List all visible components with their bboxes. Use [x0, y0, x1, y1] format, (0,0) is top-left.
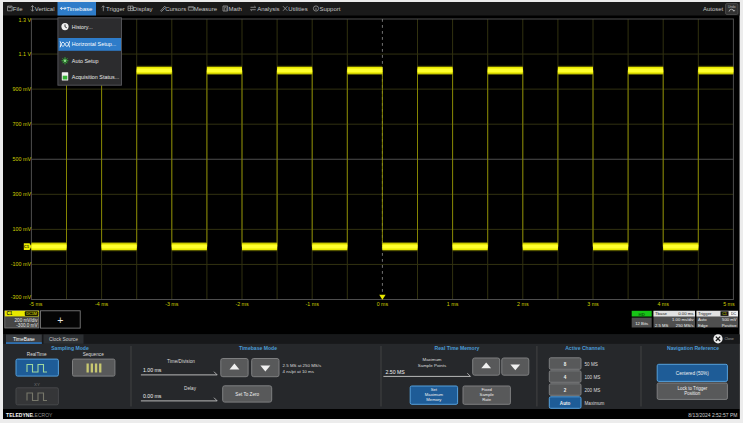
svg-text:Edge: Edge: [698, 323, 708, 328]
svg-text:2: 2: [564, 388, 567, 393]
svg-text:Sampling Mode: Sampling Mode: [51, 345, 89, 351]
svg-text:Display: Display: [133, 6, 153, 12]
svg-text:Analysis: Analysis: [257, 6, 279, 12]
svg-text:Memory: Memory: [426, 397, 442, 402]
svg-text:Timebase: Timebase: [66, 6, 93, 12]
svg-text:Math: Math: [229, 6, 242, 12]
svg-text:RealTime: RealTime: [27, 352, 47, 357]
svg-text:File: File: [13, 6, 23, 12]
svg-text:0 ms: 0 ms: [377, 301, 389, 307]
svg-text:Acquisition Status...: Acquisition Status...: [72, 74, 119, 80]
svg-text:2.5 MS at 250 MS/s: 2.5 MS at 250 MS/s: [283, 363, 322, 368]
svg-text:-1 ms: -1 ms: [306, 301, 320, 307]
svg-text:C1: C1: [722, 312, 727, 316]
svg-text:+: +: [57, 314, 63, 326]
svg-text:200 MS: 200 MS: [585, 388, 601, 393]
svg-text:Support: Support: [319, 6, 340, 12]
svg-text:-5 ms: -5 ms: [29, 301, 43, 307]
svg-text:Sequence: Sequence: [83, 352, 105, 357]
svg-text:C1: C1: [6, 311, 12, 316]
svg-text:900 mV: 900 mV: [12, 86, 31, 92]
svg-text:Vertical: Vertical: [35, 6, 55, 12]
svg-text:-100 mV: -100 mV: [11, 261, 32, 267]
svg-text:Auto: Auto: [560, 401, 571, 406]
svg-text:Lock to Trigger: Lock to Trigger: [677, 386, 707, 391]
svg-text:100 mV: 100 mV: [12, 226, 31, 232]
svg-text:-300.0 mV: -300.0 mV: [16, 323, 38, 328]
svg-text:Undo: Undo: [728, 5, 736, 9]
svg-text:Close: Close: [725, 337, 734, 341]
svg-text:700 mV: 700 mV: [12, 121, 31, 127]
svg-text:-2 ms: -2 ms: [235, 301, 249, 307]
svg-text:Centered (50%): Centered (50%): [676, 371, 710, 376]
svg-text:-3 ms: -3 ms: [165, 301, 179, 307]
svg-text:Trigger: Trigger: [698, 311, 712, 316]
svg-text:Delay: Delay: [184, 386, 197, 391]
svg-text:Set To Zero: Set To Zero: [235, 392, 259, 397]
svg-text:Utilities: Utilities: [288, 6, 307, 12]
svg-text:4 ms: 4 ms: [657, 301, 669, 307]
svg-text:C1: C1: [24, 244, 30, 249]
svg-text:Real Time Memory: Real Time Memory: [435, 345, 480, 351]
svg-text:Active Channels: Active Channels: [565, 345, 605, 351]
svg-text:4 ns/pt at 10 ms: 4 ns/pt at 10 ms: [283, 369, 315, 374]
svg-text:Horizontal Setup...: Horizontal Setup...: [72, 41, 116, 47]
svg-text:Trigger: Trigger: [106, 6, 125, 12]
svg-text:DC: DC: [731, 312, 737, 316]
svg-text:Time/Division: Time/Division: [167, 359, 195, 364]
svg-text:Position: Position: [684, 391, 701, 396]
svg-text:250 MS/s: 250 MS/s: [676, 323, 694, 328]
svg-text:Clock Source: Clock Source: [49, 337, 78, 342]
svg-text:300 mV: 300 mV: [12, 191, 31, 197]
svg-text:LECROY: LECROY: [32, 412, 53, 418]
svg-text:DC1M: DC1M: [26, 312, 37, 316]
svg-text:Positive: Positive: [722, 323, 737, 328]
svg-text:1.00 ms: 1.00 ms: [143, 367, 162, 373]
svg-text:1.3 V: 1.3 V: [18, 17, 31, 23]
svg-text:Sample Points: Sample Points: [418, 363, 447, 368]
svg-text:TimeBase: TimeBase: [13, 337, 35, 342]
svg-text:1 ms: 1 ms: [447, 301, 459, 307]
svg-text:0.00 ms: 0.00 ms: [678, 311, 693, 316]
svg-text:Maximum: Maximum: [422, 357, 441, 362]
svg-text:2.50 MS: 2.50 MS: [386, 369, 406, 375]
svg-text:0.00 ms: 0.00 ms: [143, 393, 162, 399]
svg-text:8: 8: [564, 362, 567, 367]
svg-text:100 MS: 100 MS: [585, 375, 601, 380]
svg-text:Tbase: Tbase: [655, 311, 668, 316]
svg-text:50 MS: 50 MS: [585, 362, 598, 367]
svg-text:Rate: Rate: [482, 397, 492, 402]
svg-text:Autoset: Autoset: [703, 6, 724, 12]
svg-text:2 ms: 2 ms: [517, 301, 529, 307]
svg-text:4: 4: [564, 375, 567, 380]
svg-text:12 Bits: 12 Bits: [635, 321, 648, 326]
svg-text:Navigation Reference: Navigation Reference: [667, 345, 719, 351]
svg-text:Timebase Mode: Timebase Mode: [239, 345, 277, 351]
svg-text:XY: XY: [34, 382, 40, 387]
svg-text:Measure: Measure: [194, 6, 218, 12]
svg-text:8/13/2024 2:52:57 PM: 8/13/2024 2:52:57 PM: [688, 412, 737, 418]
svg-text:2.5 MS: 2.5 MS: [655, 323, 668, 328]
svg-text:1.1 V: 1.1 V: [18, 51, 31, 57]
svg-text:500 mV: 500 mV: [12, 156, 31, 162]
svg-text:History...: History...: [72, 24, 93, 30]
svg-text:TELEDYNE: TELEDYNE: [6, 412, 33, 418]
svg-text:-300 mV: -300 mV: [11, 294, 32, 300]
svg-text:HD: HD: [639, 312, 645, 317]
svg-text:5 ms: 5 ms: [723, 301, 735, 307]
svg-text:Auto Setup: Auto Setup: [72, 58, 99, 64]
svg-text:Cursors: Cursors: [165, 6, 186, 12]
svg-text:3 ms: 3 ms: [587, 301, 599, 307]
svg-text:Maximum: Maximum: [585, 401, 605, 406]
svg-text:-4 ms: -4 ms: [95, 301, 109, 307]
